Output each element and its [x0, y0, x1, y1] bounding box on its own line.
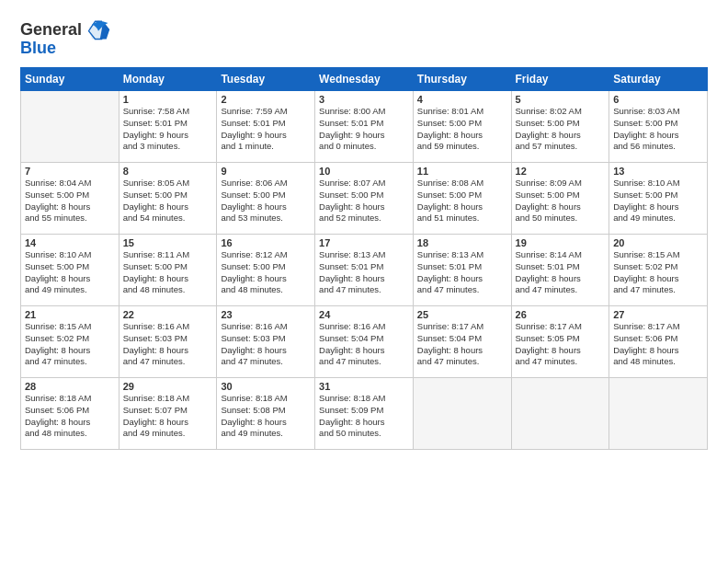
- day-number: 5: [516, 94, 606, 105]
- day-number: 14: [25, 237, 115, 248]
- day-number: 20: [613, 237, 703, 248]
- day-info: Sunrise: 8:18 AM Sunset: 5:08 PM Dayligh…: [221, 393, 311, 440]
- day-info: Sunrise: 8:00 AM Sunset: 5:01 PM Dayligh…: [319, 106, 409, 153]
- day-number: 22: [123, 309, 213, 320]
- day-info: Sunrise: 8:13 AM Sunset: 5:01 PM Dayligh…: [319, 249, 409, 296]
- day-cell: 12Sunrise: 8:09 AM Sunset: 5:00 PM Dayli…: [511, 163, 609, 235]
- day-number: 2: [221, 94, 311, 105]
- day-info: Sunrise: 8:18 AM Sunset: 5:07 PM Dayligh…: [123, 393, 213, 440]
- day-info: Sunrise: 8:15 AM Sunset: 5:02 PM Dayligh…: [613, 249, 703, 296]
- day-cell: 9Sunrise: 8:06 AM Sunset: 5:00 PM Daylig…: [217, 163, 315, 235]
- day-number: 26: [516, 309, 606, 320]
- day-info: Sunrise: 8:17 AM Sunset: 5:04 PM Dayligh…: [417, 321, 507, 368]
- day-info: Sunrise: 8:04 AM Sunset: 5:00 PM Dayligh…: [25, 178, 115, 224]
- day-number: 21: [25, 309, 115, 320]
- day-cell: 8Sunrise: 8:05 AM Sunset: 5:00 PM Daylig…: [119, 163, 217, 235]
- day-number: 19: [516, 237, 606, 248]
- week-row-3: 21Sunrise: 8:15 AM Sunset: 5:02 PM Dayli…: [21, 306, 708, 378]
- day-cell: 27Sunrise: 8:17 AM Sunset: 5:06 PM Dayli…: [609, 306, 708, 378]
- day-number: 8: [123, 166, 213, 177]
- day-number: 12: [516, 166, 606, 177]
- day-info: Sunrise: 8:16 AM Sunset: 5:04 PM Dayligh…: [319, 321, 409, 368]
- day-number: 24: [319, 309, 409, 320]
- weekday-thursday: Thursday: [413, 68, 511, 91]
- day-cell: 5Sunrise: 8:02 AM Sunset: 5:00 PM Daylig…: [511, 91, 609, 163]
- day-number: 1: [123, 94, 213, 105]
- day-info: Sunrise: 8:05 AM Sunset: 5:00 PM Dayligh…: [123, 178, 213, 224]
- weekday-tuesday: Tuesday: [217, 68, 315, 91]
- day-cell: 21Sunrise: 8:15 AM Sunset: 5:02 PM Dayli…: [21, 306, 119, 378]
- weekday-wednesday: Wednesday: [315, 68, 414, 91]
- day-cell: [21, 91, 119, 163]
- day-number: 18: [417, 237, 507, 248]
- day-info: Sunrise: 8:10 AM Sunset: 5:00 PM Dayligh…: [613, 178, 703, 224]
- day-info: Sunrise: 8:15 AM Sunset: 5:02 PM Dayligh…: [25, 321, 115, 368]
- day-info: Sunrise: 8:11 AM Sunset: 5:00 PM Dayligh…: [123, 249, 213, 296]
- day-cell: 3Sunrise: 8:00 AM Sunset: 5:01 PM Daylig…: [315, 91, 414, 163]
- weekday-saturday: Saturday: [609, 68, 708, 91]
- day-number: 9: [221, 166, 311, 177]
- day-cell: 17Sunrise: 8:13 AM Sunset: 5:01 PM Dayli…: [315, 235, 414, 306]
- day-cell: 20Sunrise: 8:15 AM Sunset: 5:02 PM Dayli…: [609, 235, 708, 306]
- day-cell: 24Sunrise: 8:16 AM Sunset: 5:04 PM Dayli…: [315, 306, 414, 378]
- day-info: Sunrise: 8:17 AM Sunset: 5:05 PM Dayligh…: [516, 321, 606, 368]
- day-cell: 18Sunrise: 8:13 AM Sunset: 5:01 PM Dayli…: [413, 235, 511, 306]
- day-cell: 30Sunrise: 8:18 AM Sunset: 5:08 PM Dayli…: [217, 378, 315, 450]
- day-cell: 28Sunrise: 8:18 AM Sunset: 5:06 PM Dayli…: [21, 378, 119, 450]
- day-cell: 22Sunrise: 8:16 AM Sunset: 5:03 PM Dayli…: [119, 306, 217, 378]
- logo-icon: [85, 17, 111, 42]
- day-info: Sunrise: 8:06 AM Sunset: 5:00 PM Dayligh…: [221, 178, 311, 224]
- day-cell: 26Sunrise: 8:17 AM Sunset: 5:05 PM Dayli…: [511, 306, 609, 378]
- day-info: Sunrise: 8:17 AM Sunset: 5:06 PM Dayligh…: [613, 321, 703, 368]
- day-cell: 15Sunrise: 8:11 AM Sunset: 5:00 PM Dayli…: [119, 235, 217, 306]
- day-info: Sunrise: 8:14 AM Sunset: 5:01 PM Dayligh…: [516, 249, 606, 296]
- week-row-2: 14Sunrise: 8:10 AM Sunset: 5:00 PM Dayli…: [21, 235, 708, 306]
- logo-text: General: [20, 20, 82, 40]
- day-cell: 1Sunrise: 7:58 AM Sunset: 5:01 PM Daylig…: [119, 91, 217, 163]
- day-cell: 6Sunrise: 8:03 AM Sunset: 5:00 PM Daylig…: [609, 91, 708, 163]
- day-number: 27: [613, 309, 703, 320]
- day-info: Sunrise: 7:59 AM Sunset: 5:01 PM Dayligh…: [221, 106, 311, 153]
- week-row-4: 28Sunrise: 8:18 AM Sunset: 5:06 PM Dayli…: [21, 378, 708, 450]
- calendar-table: SundayMondayTuesdayWednesdayThursdayFrid…: [20, 67, 708, 450]
- day-info: Sunrise: 8:13 AM Sunset: 5:01 PM Dayligh…: [417, 249, 507, 296]
- day-number: 11: [417, 166, 507, 177]
- day-info: Sunrise: 8:01 AM Sunset: 5:00 PM Dayligh…: [417, 106, 507, 153]
- day-number: 17: [319, 237, 409, 248]
- day-number: 30: [221, 381, 311, 392]
- day-cell: 4Sunrise: 8:01 AM Sunset: 5:00 PM Daylig…: [413, 91, 511, 163]
- day-info: Sunrise: 8:16 AM Sunset: 5:03 PM Dayligh…: [123, 321, 213, 368]
- day-number: 13: [613, 166, 703, 177]
- day-cell: 16Sunrise: 8:12 AM Sunset: 5:00 PM Dayli…: [217, 235, 315, 306]
- day-info: Sunrise: 8:16 AM Sunset: 5:03 PM Dayligh…: [221, 321, 311, 368]
- day-info: Sunrise: 8:12 AM Sunset: 5:00 PM Dayligh…: [221, 249, 311, 296]
- weekday-monday: Monday: [119, 68, 217, 91]
- weekday-sunday: Sunday: [21, 68, 119, 91]
- day-number: 31: [319, 381, 409, 392]
- day-number: 23: [221, 309, 311, 320]
- day-number: 15: [123, 237, 213, 248]
- header: General Blue: [20, 17, 708, 58]
- day-cell: 7Sunrise: 8:04 AM Sunset: 5:00 PM Daylig…: [21, 163, 119, 235]
- day-info: Sunrise: 8:03 AM Sunset: 5:00 PM Dayligh…: [613, 106, 703, 153]
- day-info: Sunrise: 8:18 AM Sunset: 5:06 PM Dayligh…: [25, 393, 115, 440]
- day-info: Sunrise: 8:09 AM Sunset: 5:00 PM Dayligh…: [516, 178, 606, 224]
- day-info: Sunrise: 8:18 AM Sunset: 5:09 PM Dayligh…: [319, 393, 409, 440]
- day-cell: 10Sunrise: 8:07 AM Sunset: 5:00 PM Dayli…: [315, 163, 414, 235]
- day-number: 4: [417, 94, 507, 105]
- day-number: 7: [25, 166, 115, 177]
- page: General Blue SundayMondayTuesdayWed: [0, 0, 728, 563]
- day-cell: 14Sunrise: 8:10 AM Sunset: 5:00 PM Dayli…: [21, 235, 119, 306]
- day-cell: 23Sunrise: 8:16 AM Sunset: 5:03 PM Dayli…: [217, 306, 315, 378]
- day-cell: 29Sunrise: 8:18 AM Sunset: 5:07 PM Dayli…: [119, 378, 217, 450]
- day-number: 16: [221, 237, 311, 248]
- day-cell: 31Sunrise: 8:18 AM Sunset: 5:09 PM Dayli…: [315, 378, 414, 450]
- day-info: Sunrise: 7:58 AM Sunset: 5:01 PM Dayligh…: [123, 106, 213, 153]
- day-number: 28: [25, 381, 115, 392]
- week-row-1: 7Sunrise: 8:04 AM Sunset: 5:00 PM Daylig…: [21, 163, 708, 235]
- day-number: 29: [123, 381, 213, 392]
- day-cell: [609, 378, 708, 450]
- day-cell: 25Sunrise: 8:17 AM Sunset: 5:04 PM Dayli…: [413, 306, 511, 378]
- day-number: 6: [613, 94, 703, 105]
- day-info: Sunrise: 8:07 AM Sunset: 5:00 PM Dayligh…: [319, 178, 409, 224]
